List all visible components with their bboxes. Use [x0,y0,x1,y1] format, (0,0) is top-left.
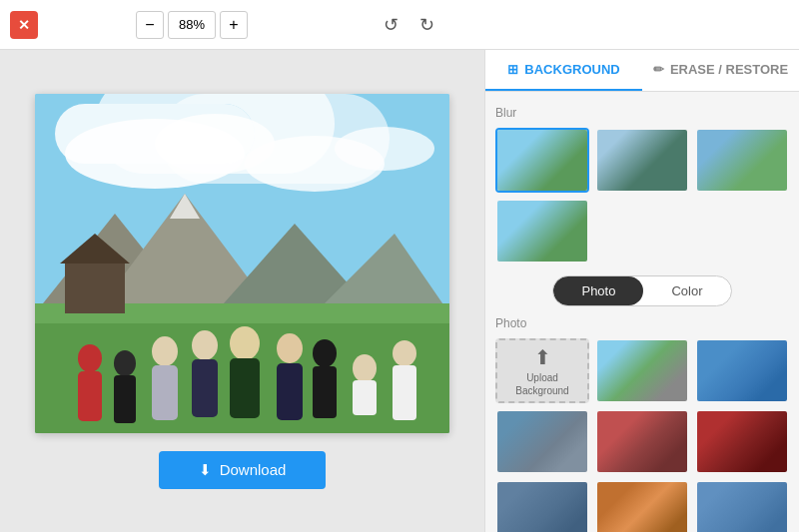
blur-thumb-2-inner [597,130,687,191]
svg-rect-27 [313,366,337,418]
svg-point-14 [78,344,102,372]
toggle-photo-button[interactable]: Photo [553,276,643,305]
tab-erase-label: ERASE / RESTORE [670,62,788,77]
svg-point-22 [230,326,260,360]
svg-point-20 [192,330,218,360]
photo-section-label: Photo [495,316,789,330]
blur-thumb-2[interactable] [595,128,689,193]
blur-thumb-1-inner [497,130,587,191]
right-panel: ⊞ BACKGROUND ✏ ERASE / RESTORE Blur [484,50,799,532]
photo-bg-4[interactable] [595,409,689,474]
upload-text: UploadBackground [515,371,568,397]
photo-bg-6[interactable] [495,480,589,532]
toggle-group: Photo Color [552,275,731,306]
canvas-area: ⬇ Download [0,50,484,532]
photo-container [35,94,449,433]
photo-bg-3-inner [497,411,587,472]
upload-background-button[interactable]: ⬆ UploadBackground [495,338,589,403]
svg-point-1 [65,119,245,189]
photo-bg-7[interactable] [595,480,689,532]
svg-rect-23 [230,358,260,418]
tab-background-label: BACKGROUND [524,62,619,77]
layers-icon: ⊞ [507,62,518,77]
svg-rect-12 [65,264,125,313]
photo-preview [35,94,449,433]
photo-svg [35,94,449,433]
toolbar: ✕ − 88% + ↺ ↻ [0,0,799,50]
download-label: Download [220,461,287,478]
download-icon: ⬇ [199,461,212,479]
svg-rect-21 [192,359,218,417]
photo-color-toggle: Photo Color [495,275,789,306]
panel-content: Blur Photo Color [485,92,799,532]
photo-thumbnails-grid: ⬆ UploadBackground [495,338,789,532]
svg-rect-31 [393,365,416,420]
blur-thumb-4[interactable] [495,199,589,264]
svg-rect-15 [78,371,102,421]
close-icon: ✕ [18,17,30,33]
photo-bg-1-inner [597,340,687,401]
zoom-controls: − 88% + [136,11,248,39]
svg-point-4 [335,127,434,171]
svg-point-18 [152,336,178,366]
zoom-increase-button[interactable]: + [220,11,248,39]
upload-icon: ⬆ [534,345,551,369]
photo-bg-1[interactable] [595,338,689,403]
eraser-icon: ✏ [653,62,664,77]
svg-point-16 [114,350,136,376]
blur-thumb-1[interactable] [495,128,589,193]
photo-bg-3[interactable] [495,409,589,474]
close-button[interactable]: ✕ [10,11,38,39]
blur-thumb-4-inner [497,201,587,262]
panel-tabs: ⊞ BACKGROUND ✏ ERASE / RESTORE [485,50,799,92]
history-buttons: ↺ ↻ [376,10,441,40]
main-area: ⬇ Download ⊞ BACKGROUND ✏ ERASE / RESTOR… [0,50,799,532]
photo-bg-8[interactable] [695,480,789,532]
blur-thumbnails-grid [495,128,789,264]
photo-bg-5-inner [697,411,787,472]
redo-button[interactable]: ↻ [411,10,441,40]
download-button[interactable]: ⬇ Download [159,451,327,489]
photo-bg-2[interactable] [695,338,789,403]
photo-bg-2-inner [697,340,787,401]
blur-thumb-3[interactable] [695,128,789,193]
photo-bg-6-inner [497,482,587,532]
blur-section-label: Blur [495,106,789,120]
undo-button[interactable]: ↺ [376,10,405,40]
svg-rect-25 [277,363,303,420]
svg-rect-17 [114,375,136,423]
zoom-value-display: 88% [168,11,216,39]
svg-rect-29 [353,380,377,415]
tab-background[interactable]: ⊞ BACKGROUND [485,50,642,91]
svg-point-28 [353,354,377,382]
svg-rect-19 [152,365,178,420]
photo-bg-8-inner [697,482,787,532]
blur-thumb-3-inner [697,130,787,191]
svg-point-24 [277,333,303,363]
toggle-color-button[interactable]: Color [643,276,730,305]
svg-point-26 [313,339,337,367]
tab-erase-restore[interactable]: ✏ ERASE / RESTORE [642,50,799,91]
svg-point-30 [393,340,416,366]
zoom-decrease-button[interactable]: − [136,11,164,39]
photo-bg-4-inner [597,411,687,472]
photo-bg-5[interactable] [695,409,789,474]
photo-bg-7-inner [597,482,687,532]
